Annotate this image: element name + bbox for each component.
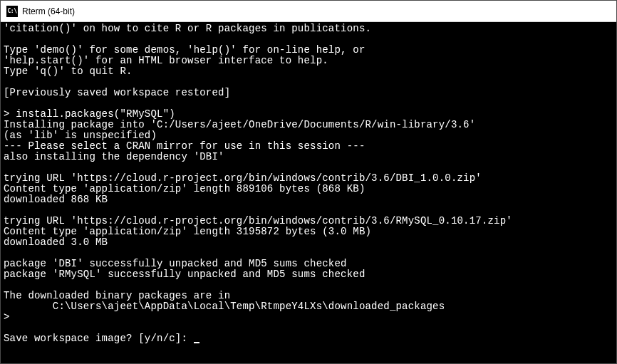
app-window: C:\ Rterm (64-bit) 'citation()' on how t… — [0, 0, 617, 364]
app-icon: C:\ — [6, 6, 18, 17]
text-cursor — [194, 342, 199, 343]
titlebar[interactable]: C:\ Rterm (64-bit) — [1, 1, 616, 22]
terminal-output[interactable]: 'citation()' on how to cite R or R packa… — [1, 22, 616, 363]
window-title: Rterm (64-bit) — [22, 6, 75, 16]
